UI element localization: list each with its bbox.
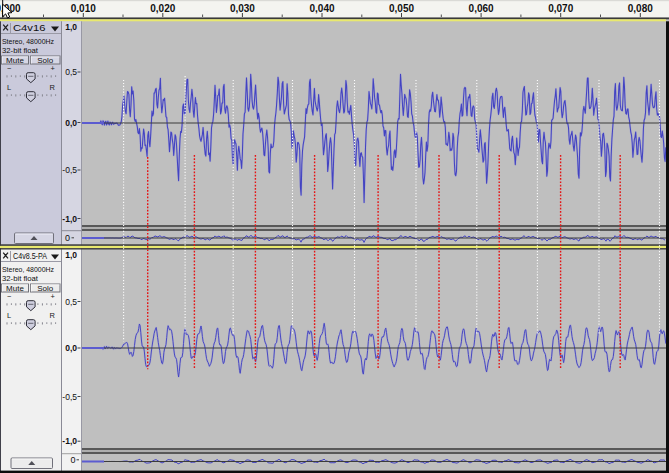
- svg-text:0,030: 0,030: [230, 3, 255, 14]
- svg-text:-1,0: -1,0: [62, 436, 77, 446]
- svg-text:-1,0: -1,0: [62, 214, 77, 224]
- svg-text:Stereo, 48000Hz: Stereo, 48000Hz: [2, 37, 54, 46]
- svg-text:0,050: 0,050: [389, 3, 414, 14]
- svg-text:0,5: 0,5: [65, 67, 77, 77]
- svg-text:0: 0: [70, 455, 75, 465]
- svg-text:0,040: 0,040: [309, 3, 334, 14]
- svg-text:-0,5: -0,5: [62, 165, 77, 175]
- svg-text:-0,5: -0,5: [62, 392, 77, 402]
- svg-text:R: R: [50, 83, 56, 92]
- svg-text:L: L: [7, 83, 11, 92]
- svg-text:0,080: 0,080: [628, 3, 653, 14]
- svg-text:0,060: 0,060: [469, 3, 494, 14]
- svg-text:R: R: [50, 311, 56, 320]
- svg-text:+: +: [51, 64, 56, 73]
- svg-text:−: −: [7, 64, 12, 73]
- svg-text:−: −: [7, 292, 12, 301]
- svg-text:0,0: 0,0: [65, 118, 77, 128]
- svg-text:1,0: 1,0: [65, 250, 77, 260]
- svg-text:C4v16: C4v16: [13, 22, 46, 33]
- svg-text:32-bit float: 32-bit float: [2, 46, 39, 55]
- svg-text:Stereo, 48000Hz: Stereo, 48000Hz: [2, 265, 54, 274]
- svg-text:0,010: 0,010: [71, 3, 96, 14]
- svg-text:0,020: 0,020: [150, 3, 175, 14]
- svg-text:0,5: 0,5: [65, 297, 77, 307]
- svg-text:+: +: [51, 292, 56, 301]
- svg-text:0,0: 0,0: [65, 343, 77, 353]
- svg-text:1,0: 1,0: [65, 22, 77, 32]
- svg-text:32-bit float: 32-bit float: [2, 274, 39, 283]
- svg-text:0,070: 0,070: [548, 3, 573, 14]
- svg-text:0: 0: [65, 233, 70, 243]
- svg-text:C4v8.5-PA: C4v8.5-PA: [13, 250, 47, 261]
- svg-text:L: L: [7, 311, 11, 320]
